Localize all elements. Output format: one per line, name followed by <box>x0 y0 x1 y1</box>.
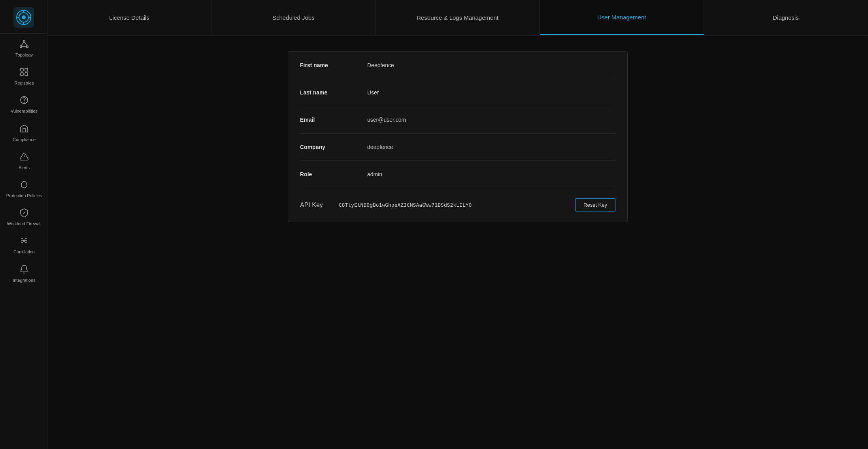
sidebar-item-registries[interactable]: Registries <box>0 62 47 90</box>
reset-key-button[interactable]: Reset Key <box>575 198 615 211</box>
svg-point-1 <box>22 15 26 19</box>
workload-firewall-icon <box>19 208 29 219</box>
company-row: Company deepfence <box>300 134 615 161</box>
logo[interactable] <box>0 0 47 34</box>
tab-user-management[interactable]: User Management <box>540 0 704 35</box>
sidebar-item-label: Workload Firewall <box>7 221 41 226</box>
api-key-value: C8TtyEtNB0gBo1wGhpeAZICNSAaGWw71BSdS2kLE… <box>339 202 559 208</box>
company-value: deepfence <box>367 144 615 150</box>
company-label: Company <box>300 144 351 150</box>
content-area: First name Deepfence Last name User Emai… <box>47 36 868 449</box>
tab-license-details[interactable]: License Details <box>47 0 211 35</box>
sidebar-item-label: Protection Policies <box>6 193 42 198</box>
protection-policies-icon <box>19 180 29 191</box>
sidebar-item-label: Correlation <box>13 249 35 255</box>
sidebar-item-label: Compliance <box>13 137 36 142</box>
role-row: Role admin <box>300 161 615 188</box>
svg-rect-10 <box>21 73 23 75</box>
tab-scheduled-jobs[interactable]: Scheduled Jobs <box>211 0 376 35</box>
sidebar-item-label: Registries <box>15 81 34 86</box>
first-name-row: First name Deepfence <box>300 52 615 79</box>
email-value: user@user.com <box>367 117 615 123</box>
svg-line-6 <box>24 42 27 46</box>
sidebar-item-topology[interactable]: Topology <box>0 34 47 62</box>
integrations-icon <box>19 264 29 275</box>
sidebar-item-label: Alerts <box>19 165 30 170</box>
email-row: Email user@user.com <box>300 106 615 134</box>
sidebar-item-compliance[interactable]: Compliance <box>0 118 47 146</box>
first-name-value: Deepfence <box>367 62 615 68</box>
correlation-icon <box>19 236 29 247</box>
api-key-label: API Key <box>300 202 323 209</box>
sidebar-item-integrations[interactable]: Integrations <box>0 259 47 287</box>
compliance-icon <box>19 124 29 135</box>
last-name-row: Last name User <box>300 79 615 106</box>
svg-rect-11 <box>25 73 28 75</box>
sidebar-item-alerts[interactable]: Alerts <box>0 146 47 174</box>
svg-rect-9 <box>25 68 28 71</box>
sidebar-item-correlation[interactable]: Correlation <box>0 230 47 258</box>
first-name-label: First name <box>300 62 351 68</box>
main-content: License Details Scheduled Jobs Resource … <box>47 0 868 449</box>
registries-icon <box>19 67 29 78</box>
svg-rect-8 <box>21 68 23 71</box>
sidebar-item-label: Integrations <box>13 278 35 283</box>
sidebar-item-protection-policies[interactable]: Protection Policies <box>0 174 47 202</box>
sidebar-item-label: Topology <box>15 53 33 58</box>
sidebar-navigation: Topology Registries <box>0 34 47 449</box>
alerts-icon <box>19 152 29 163</box>
user-management-card: First name Deepfence Last name User Emai… <box>288 51 628 222</box>
last-name-value: User <box>367 89 615 96</box>
svg-point-13 <box>24 103 25 103</box>
email-label: Email <box>300 117 351 123</box>
topology-icon <box>19 39 29 50</box>
tab-diagnosis[interactable]: Diagnosis <box>704 0 868 35</box>
last-name-label: Last name <box>300 89 351 96</box>
tab-bar: License Details Scheduled Jobs Resource … <box>47 0 868 36</box>
sidebar-item-vulnerabilities[interactable]: Vulnerabilities <box>0 90 47 118</box>
svg-line-5 <box>21 42 24 46</box>
role-value: admin <box>367 171 615 177</box>
tab-resource-logs[interactable]: Resource & Logs Management <box>376 0 540 35</box>
sidebar-item-label: Vulnerabilities <box>11 109 38 114</box>
role-label: Role <box>300 171 351 177</box>
svg-point-2 <box>23 40 25 42</box>
sidebar: Topology Registries <box>0 0 47 449</box>
sidebar-item-workload-firewall[interactable]: Workload Firewall <box>0 202 47 230</box>
api-key-row: API Key C8TtyEtNB0gBo1wGhpeAZICNSAaGWw71… <box>300 188 615 222</box>
vulnerabilities-icon <box>19 95 29 106</box>
